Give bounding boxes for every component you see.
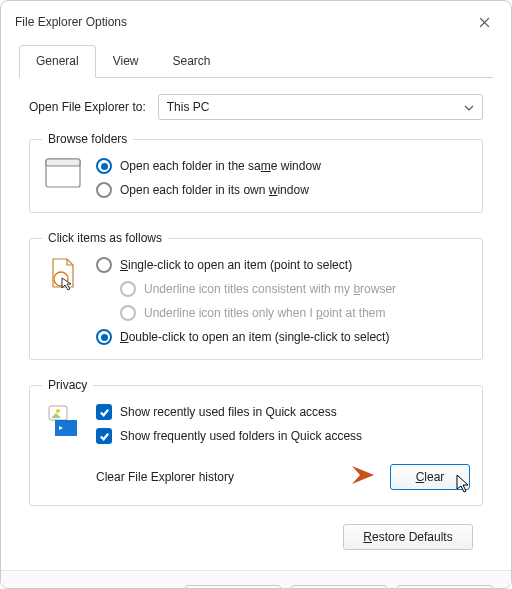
radio-icon <box>96 182 112 198</box>
clear-button[interactable]: Clear <box>390 464 470 490</box>
tab-general[interactable]: General <box>19 45 96 78</box>
restore-row: Restore Defaults <box>29 524 483 560</box>
double-click-label: Double-click to open an item (single-cli… <box>120 330 389 344</box>
single-click-option[interactable]: Single-click to open an item (point to s… <box>96 257 396 273</box>
browse-icon <box>42 156 84 198</box>
open-to-label: Open File Explorer to: <box>29 100 146 114</box>
open-to-value: This PC <box>167 100 210 114</box>
clear-history-label: Clear File Explorer history <box>96 470 234 484</box>
click-legend: Click items as follows <box>42 231 168 245</box>
content-area: General View Search Open File Explorer t… <box>1 41 511 570</box>
browse-folders-group: Browse folders Open each folder in the s… <box>29 132 483 213</box>
privacy-legend: Privacy <box>42 378 93 392</box>
arrow-right-icon <box>350 462 380 491</box>
single-click-label: Single-click to open an item (point to s… <box>120 258 352 272</box>
clear-history-row: Clear File Explorer history Clear <box>96 462 470 491</box>
click-file-icon <box>47 257 79 291</box>
apply-button[interactable]: Apply <box>397 585 493 589</box>
panel-general: Open File Explorer to: This PC Browse fo… <box>19 78 493 570</box>
recent-files-option[interactable]: Show recently used files in Quick access <box>96 404 470 420</box>
privacy-icon-box <box>42 402 84 491</box>
tab-general-label: General <box>36 54 79 68</box>
checkbox-icon <box>96 404 112 420</box>
double-click-option[interactable]: Double-click to open an item (single-cli… <box>96 329 396 345</box>
underline-point-label: Underline icon titles only when I point … <box>144 306 385 320</box>
tab-search[interactable]: Search <box>156 45 228 78</box>
browse-same-window-option[interactable]: Open each folder in the same window <box>96 158 321 174</box>
titlebar: File Explorer Options <box>1 1 511 41</box>
button-bar: OK Cancel Apply <box>1 570 511 589</box>
radio-icon <box>96 329 112 345</box>
svg-point-4 <box>56 409 60 413</box>
frequent-folders-label: Show frequently used folders in Quick ac… <box>120 429 362 443</box>
open-to-select[interactable]: This PC <box>158 94 483 120</box>
quick-access-icon <box>45 404 81 438</box>
restore-defaults-label: Restore Defaults <box>363 530 452 544</box>
window-icon <box>45 158 81 188</box>
clear-button-label: Clear <box>416 470 445 484</box>
privacy-group: Privacy Show recently used fil <box>29 378 483 506</box>
radio-icon <box>96 158 112 174</box>
click-icon-box <box>42 255 84 345</box>
svg-rect-1 <box>46 159 80 166</box>
close-icon <box>479 17 490 28</box>
browse-own-label: Open each folder in its own window <box>120 183 309 197</box>
cancel-button[interactable]: Cancel <box>291 585 387 589</box>
browse-own-window-option[interactable]: Open each folder in its own window <box>96 182 321 198</box>
radio-icon <box>120 305 136 321</box>
tab-search-label: Search <box>173 54 211 68</box>
tab-view-label: View <box>113 54 139 68</box>
close-button[interactable] <box>469 11 499 33</box>
underline-point-option: Underline icon titles only when I point … <box>120 305 396 321</box>
open-to-row: Open File Explorer to: This PC <box>29 94 483 120</box>
radio-icon <box>120 281 136 297</box>
browse-same-label: Open each folder in the same window <box>120 159 321 173</box>
tab-view[interactable]: View <box>96 45 156 78</box>
radio-icon <box>96 257 112 273</box>
underline-browser-label: Underline icon titles consistent with my… <box>144 282 396 296</box>
chevron-down-icon <box>464 100 474 114</box>
restore-defaults-button[interactable]: Restore Defaults <box>343 524 473 550</box>
checkbox-icon <box>96 428 112 444</box>
tab-strip: General View Search <box>19 45 493 78</box>
underline-browser-option: Underline icon titles consistent with my… <box>120 281 396 297</box>
window-title: File Explorer Options <box>15 15 127 29</box>
ok-button[interactable]: OK <box>185 585 281 589</box>
click-items-group: Click items as follows Single-click to o… <box>29 231 483 360</box>
frequent-folders-option[interactable]: Show frequently used folders in Quick ac… <box>96 428 470 444</box>
browse-legend: Browse folders <box>42 132 133 146</box>
recent-files-label: Show recently used files in Quick access <box>120 405 337 419</box>
